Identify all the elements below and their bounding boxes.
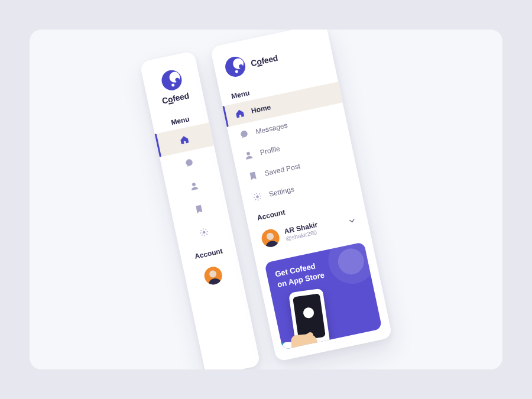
phone-in-hand-illustration [287, 287, 332, 349]
rotated-scene: Cofeed Menu [140, 30, 392, 369]
chevron-down-icon [346, 215, 358, 226]
brand-name: Cofeed [250, 53, 279, 67]
svg-point-1 [192, 182, 196, 186]
messages-icon [239, 128, 250, 140]
brand-logo-mark-icon [223, 54, 247, 78]
settings-icon [252, 191, 263, 202]
bookmark-icon [193, 203, 205, 215]
svg-point-5 [256, 195, 259, 198]
avatar [260, 228, 281, 249]
compact-menu-list [155, 122, 234, 249]
menu-item-label: Home [251, 103, 272, 115]
menu-item-label: Messages [255, 121, 288, 135]
svg-point-3 [241, 130, 248, 138]
home-icon [234, 108, 245, 119]
profile-icon [243, 149, 254, 160]
svg-point-2 [203, 231, 206, 233]
profile-icon [189, 180, 200, 192]
hand-icon [282, 320, 328, 349]
brand-name: Cofeed [161, 90, 190, 105]
menu-item-label: Saved Post [264, 161, 301, 177]
bookmark-icon [248, 170, 259, 181]
promo-watermark-icon [324, 242, 380, 288]
avatar [203, 265, 224, 286]
menu-item-label: Settings [268, 184, 295, 198]
messages-icon [184, 157, 195, 168]
design-canvas: Cofeed Menu [30, 30, 502, 369]
svg-point-4 [246, 151, 250, 155]
menu-item-label: Profile [259, 144, 281, 157]
home-icon [179, 134, 190, 145]
settings-icon [199, 226, 210, 238]
account-row-compact[interactable] [202, 259, 225, 291]
account-text: AR Shakir @shakir260 [284, 220, 320, 242]
brand-logo-mark-icon [160, 68, 183, 92]
svg-point-0 [186, 158, 193, 166]
promo-card[interactable]: Get Cofeedon App Store [264, 242, 382, 349]
